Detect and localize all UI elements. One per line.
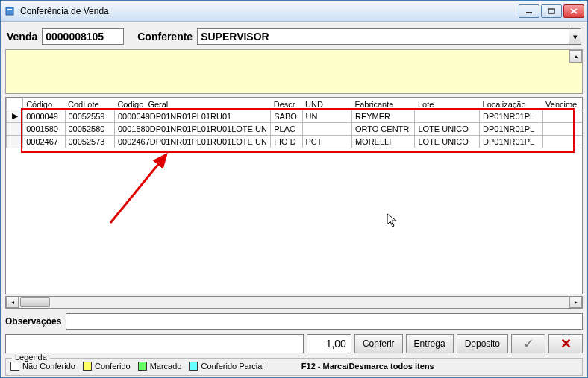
table-row[interactable]: ▶ 0000049 00052559 0000049DP01NR01PL01RU… bbox=[7, 110, 584, 122]
window: Conferência de Venda Venda Conferente ▾ … bbox=[0, 0, 588, 378]
close-button[interactable] bbox=[563, 4, 584, 18]
scroll-right-icon[interactable]: ▸ bbox=[569, 297, 582, 308]
swatch-icon bbox=[10, 362, 19, 371]
action-row: Conferir Entrega Deposito ✓ ✕ bbox=[5, 334, 583, 353]
scroll-left-icon[interactable]: ◂ bbox=[6, 297, 19, 308]
x-icon: ✕ bbox=[560, 336, 572, 352]
minimize-button[interactable] bbox=[519, 4, 539, 18]
swatch-icon bbox=[138, 362, 147, 371]
col-codlote[interactable]: CodLote bbox=[65, 98, 114, 110]
cell-loc[interactable]: DP01NR01PL bbox=[480, 122, 543, 135]
col-descr[interactable]: Descr bbox=[271, 98, 302, 110]
cell-codigo[interactable]: 0002467 bbox=[23, 135, 65, 148]
qty-field[interactable] bbox=[307, 334, 351, 353]
venda-label: Venda bbox=[7, 31, 37, 42]
cell-codigo[interactable]: 0001580 bbox=[23, 122, 65, 135]
check-icon: ✓ bbox=[523, 336, 534, 352]
cell-fab[interactable]: MORELLI bbox=[351, 135, 415, 148]
cell-venc[interactable] bbox=[542, 110, 583, 122]
row-pointer-icon bbox=[7, 135, 23, 148]
content: Venda Conferente ▾ ▴ Códi bbox=[1, 22, 587, 377]
conferente-field[interactable] bbox=[197, 28, 569, 45]
entrega-button[interactable]: Entrega bbox=[406, 334, 454, 353]
cell-lote[interactable]: LOTE UNICO bbox=[415, 135, 480, 148]
svg-rect-0 bbox=[6, 7, 13, 15]
observacoes-row: Observações bbox=[5, 313, 583, 330]
conferente-combo[interactable]: ▾ bbox=[197, 28, 581, 45]
scroll-thumb[interactable] bbox=[20, 297, 50, 307]
cell-loc[interactable]: DP01NR01PL bbox=[480, 110, 543, 122]
cell-und[interactable]: PCT bbox=[302, 135, 351, 148]
info-panel: ▴ bbox=[5, 49, 583, 94]
venda-field[interactable] bbox=[42, 28, 124, 45]
cell-und[interactable]: UN bbox=[302, 110, 351, 122]
cell-descr[interactable]: PLAC bbox=[271, 122, 302, 135]
window-title: Conferência de Venda bbox=[20, 6, 519, 16]
cell-und[interactable] bbox=[302, 122, 351, 135]
scroll-up-icon[interactable]: ▴ bbox=[569, 50, 582, 63]
cursor-icon bbox=[387, 213, 398, 231]
cancel-button[interactable]: ✕ bbox=[548, 334, 583, 353]
legend-title: Legenda bbox=[12, 353, 50, 362]
header-row: Venda Conferente ▾ bbox=[5, 27, 583, 46]
cell-descr[interactable]: FIO D bbox=[271, 135, 302, 148]
observacoes-field[interactable] bbox=[66, 313, 583, 330]
maximize-button[interactable] bbox=[541, 4, 562, 18]
grid-table: Código CodLote Codigo_Geral Descr UND Fa… bbox=[6, 98, 583, 148]
cell-descr[interactable]: SABO bbox=[271, 110, 302, 122]
cell-codgeral[interactable]: 0002467DP01NR01PL01RU01LOTE UN bbox=[114, 135, 270, 148]
legend: Legenda Não Conferido Conferido Marcado … bbox=[5, 358, 583, 376]
cell-codlote[interactable]: 00052573 bbox=[65, 135, 114, 148]
col-codigo[interactable]: Código bbox=[23, 98, 65, 110]
col-codgeral[interactable]: Codigo_Geral bbox=[114, 98, 270, 110]
cell-loc[interactable]: DP01NR01PL bbox=[480, 135, 543, 148]
legend-conferido-parcial: Conferido Parcial bbox=[189, 362, 263, 371]
cell-lote[interactable] bbox=[415, 110, 480, 122]
table-row[interactable]: 0002467 00052573 0002467DP01NR01PL01RU01… bbox=[7, 135, 584, 148]
window-buttons bbox=[519, 4, 584, 18]
legend-conferido: Conferido bbox=[83, 362, 131, 371]
cell-fab[interactable]: REYMER bbox=[351, 110, 415, 122]
grid-header-row: Código CodLote Codigo_Geral Descr UND Fa… bbox=[7, 98, 584, 110]
cell-codigo[interactable]: 0000049 bbox=[23, 110, 65, 122]
svg-line-6 bbox=[110, 154, 166, 223]
titlebar: Conferência de Venda bbox=[1, 1, 587, 22]
grid-hscroll[interactable]: ◂ ▸ bbox=[5, 296, 583, 309]
col-und[interactable]: UND bbox=[302, 98, 351, 110]
grid[interactable]: Código CodLote Codigo_Geral Descr UND Fa… bbox=[5, 97, 583, 294]
table-row[interactable]: 0001580 00052580 0001580DP01NR01PL01RU01… bbox=[7, 122, 584, 135]
conferente-label: Conferente bbox=[137, 31, 193, 42]
col-vencime[interactable]: Vencime bbox=[542, 98, 583, 110]
cell-codgeral[interactable]: 0000049DP01NR01PL01RU01 bbox=[114, 110, 270, 122]
cell-codlote[interactable]: 00052580 bbox=[65, 122, 114, 135]
col-lote[interactable]: Lote bbox=[415, 98, 480, 110]
legend-f12: F12 - Marca/Desmarca todos itens bbox=[301, 362, 434, 371]
cell-venc[interactable] bbox=[542, 135, 583, 148]
legend-marcado: Marcado bbox=[138, 362, 182, 371]
cell-codgeral[interactable]: 0001580DP01NR01PL01RU01LOTE UN bbox=[114, 122, 270, 135]
svg-rect-3 bbox=[548, 9, 554, 13]
conferir-button[interactable]: Conferir bbox=[354, 334, 403, 353]
cell-codlote[interactable]: 00052559 bbox=[65, 110, 114, 122]
col-fabricante[interactable]: Fabricante bbox=[351, 98, 415, 110]
col-ptr bbox=[7, 98, 23, 110]
legend-nao-conferido: Não Conferido bbox=[10, 362, 75, 371]
svg-rect-1 bbox=[7, 9, 12, 10]
cell-venc[interactable] bbox=[542, 122, 583, 135]
barcode-field[interactable] bbox=[5, 334, 304, 353]
confirm-button[interactable]: ✓ bbox=[511, 334, 545, 353]
swatch-icon bbox=[189, 362, 198, 371]
swatch-icon bbox=[83, 362, 92, 371]
chevron-down-icon[interactable]: ▾ bbox=[569, 28, 581, 45]
arrow-annotation bbox=[96, 141, 185, 230]
cell-fab[interactable]: ORTO CENTR bbox=[351, 122, 415, 135]
row-pointer-icon bbox=[7, 122, 23, 135]
observacoes-label: Observações bbox=[5, 316, 61, 327]
cell-lote[interactable]: LOTE UNICO bbox=[415, 122, 480, 135]
col-localizacao[interactable]: Localização bbox=[480, 98, 543, 110]
row-pointer-icon: ▶ bbox=[7, 110, 23, 122]
app-icon bbox=[4, 5, 16, 17]
deposito-button[interactable]: Deposito bbox=[457, 334, 508, 353]
